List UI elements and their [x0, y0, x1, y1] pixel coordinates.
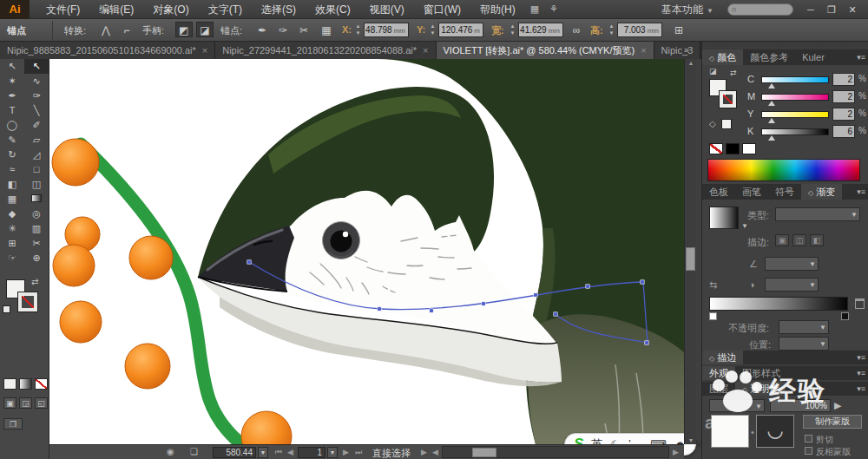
document-tab[interactable]: Nipic_27299441_20180613220208854088.ai*×: [215, 42, 436, 59]
cs-live-icon[interactable]: ⚘: [544, 3, 563, 15]
panel-stroke-swatch[interactable]: [720, 91, 736, 108]
shape-builder-tool[interactable]: ◧: [0, 177, 24, 192]
mesh-tool[interactable]: ▦: [0, 192, 24, 207]
black-swatch[interactable]: [726, 143, 740, 154]
export-icon[interactable]: ❏: [190, 447, 198, 456]
stroke-along-icon[interactable]: ◫: [792, 234, 806, 246]
x-stepper[interactable]: ▲▼: [354, 23, 362, 37]
vertical-scroll-thumb[interactable]: [686, 247, 695, 271]
prev-artboard-icon[interactable]: ◀: [287, 448, 293, 456]
perspective-grid-tool[interactable]: ◫: [24, 177, 49, 192]
document-tab[interactable]: Nipic_9885883_20150605101634669000.ai*×: [0, 42, 215, 59]
draw-normal-button[interactable]: ▣: [3, 397, 16, 409]
slice-tool[interactable]: ✂: [24, 236, 49, 251]
gradient-thumbnail[interactable]: [709, 207, 739, 229]
anchor-point[interactable]: [430, 309, 433, 312]
column-graph-tool[interactable]: ▥: [24, 221, 49, 236]
eyedropper-tool[interactable]: ◆: [0, 207, 24, 221]
menu-item[interactable]: 视图(V): [360, 0, 414, 19]
opacity-slider[interactable]: 100%: [770, 399, 831, 412]
show-handles-icon[interactable]: ◩: [175, 22, 193, 37]
lasso-tool[interactable]: ∿: [24, 74, 49, 89]
x-field[interactable]: 48.798mm: [364, 23, 409, 37]
tab-color[interactable]: ◇颜色: [702, 49, 743, 65]
status-popup-icon[interactable]: ▶: [421, 448, 427, 456]
in-gamut-swatch[interactable]: [721, 119, 732, 129]
object-thumbnail[interactable]: [711, 415, 749, 448]
tab-brushes[interactable]: 画笔: [735, 184, 768, 200]
draw-inside-button[interactable]: ◱: [35, 397, 48, 409]
channel-slider-track[interactable]: [761, 128, 829, 135]
color-mode-button[interactable]: [3, 378, 16, 390]
pen-tool[interactable]: ✒: [0, 89, 24, 103]
mask-thumbnail[interactable]: ◡: [756, 415, 794, 448]
pencil-tool[interactable]: ✎: [0, 133, 24, 148]
hide-handles-icon[interactable]: ◪: [196, 22, 214, 37]
default-fill-stroke-icon[interactable]: [3, 305, 10, 313]
hand-tool[interactable]: ☞: [0, 251, 24, 266]
convert-corner-icon[interactable]: ⌐: [118, 22, 135, 37]
anchor-point[interactable]: [247, 260, 251, 264]
draw-behind-button[interactable]: ◲: [19, 397, 32, 409]
channel-value-field[interactable]: 2: [832, 90, 855, 103]
zoom-field[interactable]: 580.44: [213, 447, 256, 458]
menu-item[interactable]: 效果(C): [306, 0, 360, 19]
opacity-dropdown[interactable]: ▼: [779, 320, 829, 334]
width-field[interactable]: 41.629mm: [518, 23, 563, 37]
grayscale-icon[interactable]: ◪: [709, 67, 717, 75]
none-swatch[interactable]: [709, 143, 723, 154]
close-tab-icon[interactable]: ×: [423, 42, 428, 59]
canvas[interactable]: S 英☾’，⌨☻⚒: [49, 59, 684, 444]
channel-slider-track[interactable]: [761, 76, 829, 83]
stroke-swatch[interactable]: [18, 292, 37, 311]
gradient-stop-black[interactable]: [841, 312, 849, 320]
restore-button[interactable]: ❐: [821, 0, 842, 19]
channel-slider-thumb[interactable]: [768, 83, 775, 89]
tab-kuler[interactable]: Kuler: [795, 49, 832, 65]
tab-appearance[interactable]: 外观: [702, 366, 735, 380]
anchor-point[interactable]: [586, 285, 589, 288]
isolate-selection-icon[interactable]: ▦: [318, 22, 335, 37]
rotate-tool[interactable]: ↻: [0, 148, 24, 162]
panel-menu-icon[interactable]: ▾≡: [857, 184, 865, 200]
menu-item[interactable]: 编辑(E): [89, 0, 143, 19]
scroll-left-icon[interactable]: ◀: [432, 448, 438, 456]
anchor-point[interactable]: [554, 312, 557, 316]
menu-item[interactable]: 对象(O): [143, 0, 198, 19]
scroll-right-icon[interactable]: ▶: [673, 448, 679, 456]
channel-slider-thumb[interactable]: [768, 101, 775, 106]
tab-graphic-styles[interactable]: 图形样式: [735, 366, 787, 380]
delete-stop-icon[interactable]: [855, 298, 865, 309]
stroke-across-icon[interactable]: ◧: [810, 234, 824, 246]
gradient-stop-white[interactable]: [709, 312, 717, 320]
search-input[interactable]: ○: [727, 3, 793, 16]
last-artboard-icon[interactable]: ⏭: [355, 448, 362, 457]
tab-symbols[interactable]: 符号: [768, 184, 801, 200]
aspect-dropdown[interactable]: ▼: [765, 278, 819, 292]
direct-selection-tool[interactable]: ↖: [24, 59, 49, 74]
invert-mask-checkbox[interactable]: 反相蒙版: [805, 446, 851, 458]
channel-value-field[interactable]: 2: [832, 73, 855, 86]
free-transform-tool[interactable]: □: [24, 162, 49, 177]
channel-value-field[interactable]: 6: [832, 125, 855, 138]
panel-swap-icon[interactable]: ⇄: [730, 69, 737, 77]
close-tab-icon[interactable]: ×: [641, 42, 646, 59]
channel-slider-thumb[interactable]: [768, 118, 775, 123]
menu-item[interactable]: 选择(S): [252, 0, 306, 19]
y-stepper[interactable]: ▲▼: [429, 23, 437, 37]
paintbrush-tool[interactable]: ✐: [24, 118, 49, 133]
type-tool[interactable]: T: [0, 103, 24, 118]
white-swatch[interactable]: [742, 143, 756, 154]
panel-menu-icon[interactable]: ▾≡: [857, 382, 865, 396]
clip-checkbox[interactable]: 剪切: [805, 434, 833, 446]
angle-dropdown[interactable]: ▼: [765, 257, 819, 271]
constrain-proportions-icon[interactable]: ∞: [568, 22, 585, 37]
convert-smooth-icon[interactable]: ⋀: [97, 22, 115, 37]
width-tool[interactable]: ≈: [0, 162, 24, 177]
anchor-point[interactable]: [641, 280, 644, 284]
out-of-gamut-cube-icon[interactable]: ◇: [709, 119, 716, 128]
anchor-point[interactable]: [378, 307, 381, 311]
stroke-within-icon[interactable]: ▣: [775, 234, 789, 246]
width-stepper[interactable]: ▲▼: [509, 23, 516, 37]
make-mask-button[interactable]: 制作蒙版: [803, 415, 862, 429]
